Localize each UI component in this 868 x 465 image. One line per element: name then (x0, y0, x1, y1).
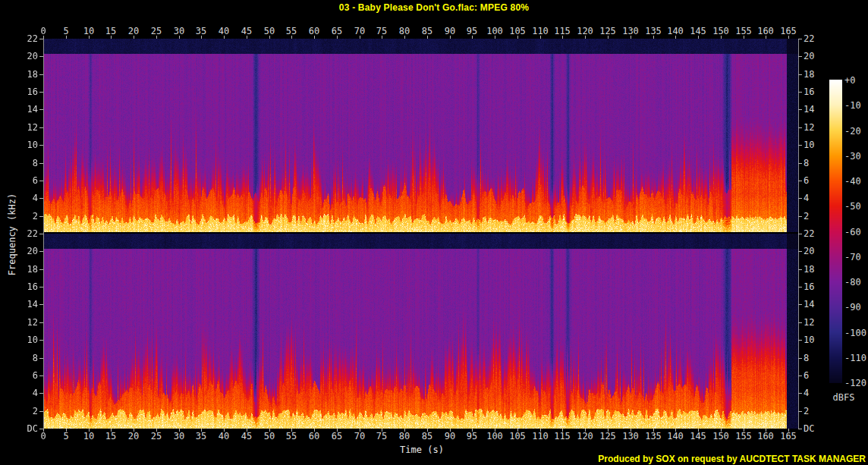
axis-tick (798, 56, 802, 57)
axis-tick (798, 393, 802, 394)
time-tick-label: 150 (712, 26, 729, 36)
axis-tick (798, 39, 802, 39)
axis-tick (798, 304, 802, 305)
axis-tick (39, 74, 43, 75)
time-tick-label: 40 (219, 26, 229, 36)
colorbar-tick-label: -60 (844, 227, 861, 237)
freq-tick-label: 14 (27, 299, 38, 309)
time-tick-label: 155 (735, 26, 752, 36)
axis-tick (39, 269, 43, 270)
axis-tick (798, 429, 802, 429)
time-tick-label: 105 (509, 431, 526, 441)
axis-tick (798, 251, 802, 252)
time-tick-label: 100 (486, 26, 503, 36)
freq-tick-label: 8 (804, 353, 809, 363)
time-tick-label: 80 (399, 26, 410, 36)
freq-tick-label: 20 (804, 51, 814, 61)
time-tick-label: 110 (532, 431, 549, 441)
colorbar-tick-label: +0 (844, 75, 855, 86)
axis-tick (798, 358, 802, 359)
freq-tick-label: 14 (804, 299, 814, 309)
frequency-axis-label: Frequency (kHz) (7, 189, 17, 280)
colorbar-tick-label: -80 (844, 277, 861, 287)
freq-tick-label: 8 (33, 353, 38, 363)
time-tick-label: 0 (40, 26, 46, 36)
time-tick-label: 85 (422, 26, 432, 36)
freq-tick-label: 12 (804, 317, 814, 328)
freq-tick-label: 6 (33, 175, 38, 186)
colorbar-tick-label: -120 (844, 378, 866, 388)
freq-tick-label: 6 (804, 370, 809, 381)
time-tick-label: 80 (399, 431, 410, 441)
axis-tick (798, 269, 802, 270)
axis-tick (798, 216, 802, 217)
sox-spectrogram-window: 03 - Baby Please Don't Go.flac: MPEG 80%… (0, 0, 868, 465)
axis-tick (798, 145, 802, 146)
time-tick-label: 115 (554, 431, 571, 441)
axis-tick (798, 411, 802, 412)
left-axis-line (43, 39, 44, 429)
axis-tick (39, 411, 43, 412)
freq-tick-label: 10 (27, 140, 38, 150)
colorbar-tick-label: -50 (844, 201, 861, 212)
page-title: 03 - Baby Please Don't Go.flac: MPEG 80% (0, 2, 868, 13)
freq-tick-label: 2 (33, 211, 38, 222)
time-tick-label: 20 (128, 431, 139, 441)
freq-tick-label: 20 (27, 51, 38, 61)
axis-tick (39, 304, 43, 305)
time-tick-label: 95 (467, 26, 477, 36)
axis-tick (39, 163, 43, 164)
freq-tick-label: DC (804, 423, 814, 434)
footer-credit: Produced by SOX on request by AUCDTECT T… (598, 454, 866, 464)
time-tick-label: 145 (690, 26, 706, 36)
time-tick-label: 45 (241, 26, 252, 36)
time-tick-label: 35 (196, 26, 206, 36)
time-tick-label: 0 (40, 431, 46, 441)
axis-tick (39, 145, 43, 146)
axis-tick (798, 375, 802, 376)
colorbar-tick-label: -90 (844, 302, 861, 313)
time-tick-label: 75 (376, 26, 387, 36)
freq-tick-label: 22 (27, 33, 38, 44)
freq-tick-label: 4 (804, 388, 809, 398)
time-tick-label: 95 (467, 431, 477, 441)
time-tick-label: 10 (83, 26, 94, 36)
spectrogram-right-channel (43, 234, 798, 429)
freq-tick-label: 20 (804, 246, 814, 256)
freq-tick-label: 14 (804, 104, 814, 115)
axis-tick (798, 92, 802, 93)
time-tick-label: 10 (83, 431, 94, 441)
time-tick-label: 160 (757, 431, 774, 441)
time-tick-label: 155 (735, 431, 752, 441)
axis-tick (39, 39, 43, 39)
freq-tick-label: 4 (33, 388, 38, 398)
time-tick-label: 25 (151, 26, 162, 36)
axis-tick (798, 109, 802, 110)
colorbar-tick-label: -30 (844, 151, 861, 162)
time-tick-label: 30 (174, 431, 184, 441)
time-tick-label: 125 (599, 431, 616, 441)
freq-tick-label: 10 (804, 140, 814, 150)
time-tick-label: 65 (332, 431, 342, 441)
time-tick-label: 45 (241, 431, 252, 441)
axis-tick (39, 216, 43, 217)
freq-tick-label: 4 (804, 193, 809, 203)
time-tick-label: 35 (196, 431, 206, 441)
time-tick-label: 50 (264, 26, 275, 36)
time-tick-label: 105 (509, 26, 526, 36)
axis-tick (798, 198, 802, 199)
time-tick-label: 15 (105, 431, 116, 441)
freq-tick-label: 10 (804, 335, 814, 345)
freq-tick-label: 18 (804, 264, 814, 275)
time-tick-label: 110 (532, 26, 549, 36)
axis-tick (39, 251, 43, 252)
axis-tick (39, 198, 43, 199)
time-tick-label: 90 (445, 26, 455, 36)
freq-tick-label: 2 (804, 406, 809, 416)
time-tick-label: 140 (667, 26, 684, 36)
axis-tick (798, 234, 802, 234)
freq-tick-label: 4 (33, 193, 38, 203)
time-tick-label: 55 (286, 26, 297, 36)
colorbar-tick-label: -40 (844, 176, 861, 187)
colorbar-tick-label: -100 (844, 328, 866, 338)
